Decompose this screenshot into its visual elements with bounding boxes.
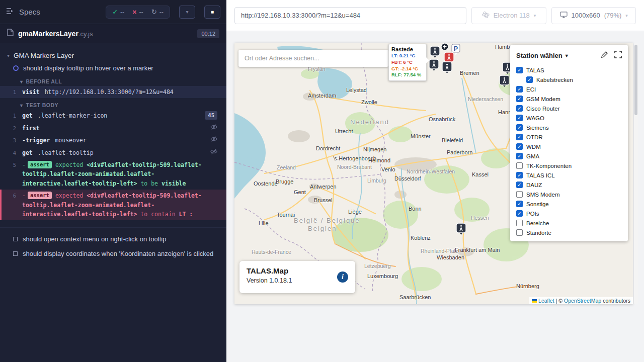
aut-header: http://192.168.10.33:3000/?m=12&u=484 El… xyxy=(226,0,644,31)
map-label: Nederland xyxy=(350,118,389,126)
tooltip-row: GT: -2.14 °C xyxy=(391,66,424,72)
marker-tooltip[interactable]: Rastede LT: 0.21 °CFBT: 6 °CGT: -2.14 °C… xyxy=(388,44,427,81)
map-search-input[interactable]: Ort oder Adresse suchen... xyxy=(238,50,388,67)
station-item[interactable]: TK-Komponenten xyxy=(510,161,628,170)
specs-label: Specs xyxy=(19,8,40,16)
station-marker-icon[interactable] xyxy=(442,61,453,73)
checkbox[interactable] xyxy=(516,220,523,226)
station-item[interactable]: ✓Siemens xyxy=(510,123,628,132)
station-item[interactable]: ✓GSM Modem xyxy=(510,94,628,104)
command-row[interactable]: 2first xyxy=(0,122,226,134)
map-label: Düsseldorf xyxy=(394,175,421,182)
command-row[interactable]: 4get.leaflet-tooltip xyxy=(0,147,226,159)
station-item[interactable]: ✓TALAS xyxy=(510,65,628,75)
section-test-body[interactable]: ▾ TEST BODY xyxy=(0,98,226,110)
command-args: http://192.168.10.33:3000/?m=12&u=484 xyxy=(45,88,174,96)
checkbox[interactable]: ✓ xyxy=(516,124,523,131)
station-item[interactable]: Standorte xyxy=(510,228,628,237)
command-args: mouseover xyxy=(55,137,86,144)
command-row[interactable]: 1get.leaflet-marker-icon45 xyxy=(0,110,226,122)
command-row[interactable]: 5-assertexpected <div#leaflet-tooltip-50… xyxy=(0,159,226,190)
checkbox[interactable]: ✓ xyxy=(516,153,523,159)
station-item[interactable]: ✓TALAS ICL xyxy=(510,170,628,180)
station-marker-icon[interactable] xyxy=(499,75,510,87)
checkbox[interactable] xyxy=(516,229,523,236)
station-item[interactable]: ✓OTDR xyxy=(510,132,628,142)
map-label: Paderborn xyxy=(447,149,472,155)
app-version: Version 1.0.18.1 xyxy=(247,277,348,284)
map-label: Nordrhein-Westfalen xyxy=(407,168,455,174)
station-item[interactable]: ✓GMA xyxy=(510,151,628,161)
command-body: get.leaflet-tooltip xyxy=(22,148,205,157)
suite-header[interactable]: ▾ GMA Markers Layer xyxy=(0,49,226,62)
command-name: get xyxy=(22,149,33,156)
scrollbar-thumb[interactable] xyxy=(634,45,637,115)
checkbox[interactable]: ✓ xyxy=(516,134,523,140)
browser-select[interactable]: Electron 118 ▾ xyxy=(471,7,547,24)
url-input[interactable]: http://192.168.10.33:3000/?m=12&u=484 xyxy=(234,7,466,24)
viewport-select[interactable]: 1000x660 (79%) ▾ xyxy=(551,7,636,24)
specs-menu-button[interactable]: Specs xyxy=(6,8,40,16)
osm-link[interactable]: OpenStreetMap xyxy=(564,298,601,304)
command-row[interactable]: 3-triggermouseover xyxy=(0,134,226,146)
map-label: België / Belgique xyxy=(294,217,360,224)
checkbox[interactable]: ✓ xyxy=(516,67,523,73)
station-marker-icon[interactable] xyxy=(456,223,467,235)
stop-button[interactable]: ■ xyxy=(204,6,220,19)
edit-pencil-icon[interactable] xyxy=(601,51,608,60)
checkbox[interactable]: ✓ xyxy=(526,76,533,83)
checkbox[interactable]: ✓ xyxy=(516,143,523,150)
scrollbar[interactable] xyxy=(634,43,638,304)
map-label: Niedersachsen xyxy=(468,96,503,102)
pending-test[interactable]: should open context menu on right-click … xyxy=(0,232,226,246)
checkbox[interactable]: ✓ xyxy=(516,105,523,112)
section-before-all[interactable]: ▾ BEFORE ALL xyxy=(0,74,226,86)
station-item[interactable]: ✓Cisco Router xyxy=(510,104,628,113)
collapse-button[interactable]: ▾ xyxy=(179,6,195,19)
station-label: Standorte xyxy=(526,230,551,236)
station-item[interactable]: ✓POIs xyxy=(510,209,628,218)
tooltip-row-value: 6 °C xyxy=(402,59,413,65)
hidden-command-indicator xyxy=(210,124,221,133)
station-label: TALAS xyxy=(526,67,544,73)
station-item[interactable]: ✓WDM xyxy=(510,142,628,151)
command-number: 1 xyxy=(0,111,22,120)
tooltip-values: LT: 0.21 °CFBT: 6 °CGT: -2.14 °CRLF: 77.… xyxy=(391,53,424,78)
checkbox[interactable] xyxy=(516,191,523,198)
pending-test[interactable]: should display coordinates when 'Koordin… xyxy=(0,246,226,261)
tooltip-row: LT: 0.21 °C xyxy=(391,53,424,59)
expand-fullscreen-icon[interactable] xyxy=(614,51,622,60)
checkbox[interactable]: ✓ xyxy=(516,86,523,93)
station-item[interactable]: Bereiche xyxy=(510,218,628,228)
map-label: Nijmegen xyxy=(363,146,386,152)
info-icon[interactable]: i xyxy=(337,272,348,283)
station-item[interactable]: ✓ECI xyxy=(510,84,628,94)
checkbox[interactable]: ✓ xyxy=(516,201,523,207)
tooltip-row: RLF: 77.54 % xyxy=(391,72,424,78)
map-label: Liège xyxy=(348,209,362,215)
zoom-percent: (79%) xyxy=(604,12,622,19)
command-row[interactable]: 6-assertexpected <div#leaflet-tooltip-50… xyxy=(0,190,226,220)
station-item[interactable]: ✓Kabelstrecken xyxy=(510,75,628,84)
checkbox[interactable]: ✓ xyxy=(516,115,523,121)
leaflet-map[interactable]: LeeuwardenGroningenFryslânLelystadAmster… xyxy=(234,43,633,304)
map-label: Tournai xyxy=(277,212,295,218)
station-checkbox-list: ✓TALAS✓Kabelstrecken✓ECI✓GSM Modem✓Cisco… xyxy=(510,65,628,237)
leaflet-link[interactable]: Leaflet xyxy=(538,298,554,304)
station-item[interactable]: ✓DAUZ xyxy=(510,180,628,190)
checkbox[interactable]: ✓ xyxy=(516,210,523,217)
command-row[interactable]: 1visithttp://192.168.10.33:3000/?m=12&u=… xyxy=(0,86,226,98)
station-marker-icon[interactable] xyxy=(430,46,441,58)
checkbox[interactable] xyxy=(516,162,523,169)
element-count-badge: 45 xyxy=(205,111,217,120)
spec-header[interactable]: gmaMarkersLayer.cy.js 00:12 xyxy=(0,24,226,43)
station-item[interactable]: SMS Modem xyxy=(510,190,628,199)
checkbox[interactable]: ✓ xyxy=(516,182,523,188)
station-marker-icon[interactable] xyxy=(429,59,440,71)
active-test[interactable]: should display tooltip on hover over a m… xyxy=(0,62,226,74)
station-item[interactable]: ✓Sonstige xyxy=(510,199,628,209)
station-item[interactable]: ✓WAGO xyxy=(510,113,628,123)
station-select-dropdown[interactable]: Station wählen ▾ xyxy=(516,52,568,59)
checkbox[interactable]: ✓ xyxy=(516,172,523,178)
checkbox[interactable]: ✓ xyxy=(516,96,523,102)
